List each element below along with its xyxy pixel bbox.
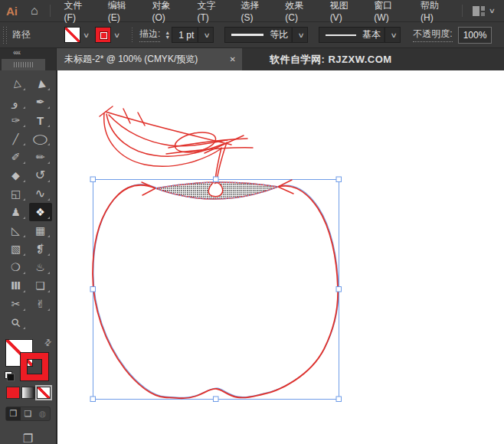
artboard-tool[interactable]: ❏ xyxy=(29,276,52,295)
scale-tool-icon: ◱ xyxy=(11,188,21,199)
chevron-down-icon[interactable]: ∨ xyxy=(292,28,310,42)
variable-width-profile-select[interactable]: 等比 ∨ xyxy=(224,27,308,43)
selection-tool-icon: ▷ xyxy=(10,79,21,88)
eyedropper-tool[interactable]: ❡ xyxy=(29,240,52,258)
opacity-value[interactable]: 100% xyxy=(463,30,487,41)
document-tab-title: 未标题-2* @ 100% (CMYK/预览) xyxy=(64,53,198,66)
menu-item[interactable]: 效果(C) xyxy=(277,0,321,23)
stroke-weight-stepper[interactable]: ▲ ▼ xyxy=(165,31,170,40)
menu-item[interactable]: 文件(F) xyxy=(56,0,100,23)
symbol-sprayer-tool[interactable]: ♨ xyxy=(29,258,52,276)
swap-fill-stroke-icon[interactable]: ⇄ xyxy=(42,337,54,349)
shape-builder-tool[interactable]: ❖ xyxy=(29,203,52,221)
selection-handle[interactable] xyxy=(336,177,342,182)
selection-handle[interactable] xyxy=(336,287,342,292)
app-logo: Ai xyxy=(0,5,25,18)
paintbrush-tool[interactable]: ✐ xyxy=(5,148,28,166)
collapse-panel-icon[interactable]: «« xyxy=(0,48,56,58)
workspace-icon xyxy=(473,6,485,16)
slice-tool[interactable]: ✂ xyxy=(5,295,28,313)
fill-color-control[interactable]: ∨ xyxy=(64,27,92,43)
leaf-sketch[interactable] xyxy=(100,106,253,166)
column-graph-tool[interactable]: Ⅲ xyxy=(5,276,28,295)
scale-tool[interactable]: ◱ xyxy=(5,184,28,203)
stroke-color-control[interactable]: ∨ xyxy=(95,27,123,43)
width-tool[interactable]: ∿ xyxy=(29,184,52,203)
document-tab[interactable]: 未标题-2* @ 100% (CMYK/预览) ✕ xyxy=(57,48,242,70)
lasso-tool[interactable]: و xyxy=(5,93,28,111)
divider xyxy=(462,5,463,17)
menu-item[interactable]: 对象(O) xyxy=(143,0,188,23)
ellipse-tool[interactable]: ◯ xyxy=(29,129,52,148)
document-canvas[interactable] xyxy=(57,70,504,444)
chevron-down-icon[interactable]: ∨ xyxy=(198,28,216,42)
menu-item[interactable]: 选择(S) xyxy=(233,0,277,23)
rotate-tool[interactable]: ↺ xyxy=(29,166,52,184)
selection-handle[interactable] xyxy=(214,177,219,182)
close-tab-icon[interactable]: ✕ xyxy=(230,55,236,64)
main-area: ▷▶و✒✑T╱◯✐✏◆↺◱∿♟❖◺▦▧❡❍♨Ⅲ❏✂✌⚲ ⇄ ❒❏◍ ❐ xyxy=(0,70,504,444)
selection-handle[interactable] xyxy=(90,287,96,292)
hand-tool[interactable]: ✌ xyxy=(29,295,52,313)
toolbar-header: «« xyxy=(0,48,57,70)
profile-value[interactable]: 等比 xyxy=(263,28,294,41)
mesh-tool[interactable]: ▦ xyxy=(29,221,52,240)
eraser-tool[interactable]: ◆ xyxy=(5,166,28,184)
menu-item[interactable]: 视图(V) xyxy=(322,0,366,23)
selection-handle[interactable] xyxy=(90,397,96,402)
stroke-weight-field[interactable]: 1 pt ∨ xyxy=(172,27,214,43)
menu-item[interactable]: 窗口(W) xyxy=(365,0,412,23)
panel-drag-grip[interactable] xyxy=(2,59,45,70)
pencil-tool[interactable]: ✏ xyxy=(29,148,52,166)
home-icon[interactable]: ⌂ xyxy=(25,4,44,18)
opacity-label[interactable]: 不透明度: xyxy=(413,28,452,42)
none-button[interactable] xyxy=(37,387,51,399)
selection-tool[interactable]: ▷ xyxy=(5,74,28,93)
direct-selection-tool[interactable]: ▶ xyxy=(29,74,52,93)
brush-value[interactable]: 基本 xyxy=(356,28,387,41)
gradient-button[interactable] xyxy=(21,387,35,399)
perspective-grid-tool-icon: ◺ xyxy=(11,225,20,236)
stroke-box[interactable] xyxy=(21,353,48,380)
menu-bar: Ai ⌂ 文件(F)编辑(E)对象(O)文字(T)选择(S)效果(C)视图(V)… xyxy=(0,0,504,22)
selection-handle[interactable] xyxy=(90,177,96,182)
gradient-tool[interactable]: ▧ xyxy=(5,240,28,258)
pen-tool[interactable]: ✒ xyxy=(29,93,52,111)
stroke-profile-preview-icon xyxy=(231,34,263,36)
default-fill-stroke-icon[interactable] xyxy=(5,371,15,381)
chevron-down-icon[interactable]: ∨ xyxy=(109,27,125,43)
selection-handle[interactable] xyxy=(336,397,342,402)
menu-items: 文件(F)编辑(E)对象(O)文字(T)选择(S)效果(C)视图(V)窗口(W)… xyxy=(56,0,457,23)
draw-behind-mode[interactable]: ❏ xyxy=(21,407,35,420)
apple-outline[interactable] xyxy=(93,184,339,398)
chevron-down-icon[interactable]: ∨ xyxy=(385,28,403,42)
stepper-down-icon[interactable]: ▼ xyxy=(165,35,170,40)
perspective-grid-tool[interactable]: ◺ xyxy=(5,221,28,240)
type-tool-icon: T xyxy=(37,115,44,126)
selection-handle[interactable] xyxy=(214,397,219,402)
curvature-tool[interactable]: ✑ xyxy=(5,111,28,129)
stroke-weight-value[interactable]: 1 pt xyxy=(172,30,200,41)
workspace-switcher[interactable]: ∨ xyxy=(457,5,504,17)
chevron-down-icon[interactable]: ∨ xyxy=(78,27,94,43)
brush-definition-select[interactable]: 基本 ∨ xyxy=(319,27,401,43)
menu-item[interactable]: 帮助(H) xyxy=(412,0,457,23)
opacity-field[interactable]: 100% xyxy=(458,27,493,44)
zoom-tool[interactable]: ⚲ xyxy=(5,313,28,331)
puppet-warp-tool[interactable]: ♟ xyxy=(5,203,28,221)
menu-item[interactable]: 文字(T) xyxy=(188,0,232,23)
screen-mode-icon[interactable]: ❐ xyxy=(23,432,33,444)
stroke-weight-label[interactable]: 描边: xyxy=(139,28,160,42)
menu-item[interactable]: 编辑(E) xyxy=(100,0,144,23)
lasso-tool-icon: و xyxy=(11,96,19,108)
blend-tool[interactable]: ❍ xyxy=(5,258,28,276)
draw-normal-mode[interactable]: ❒ xyxy=(6,407,21,420)
line-segment-tool[interactable]: ╱ xyxy=(5,129,28,148)
color-button[interactable] xyxy=(6,387,20,399)
draw-inside-mode[interactable]: ◍ xyxy=(35,407,50,420)
mesh-tool-icon: ▦ xyxy=(35,225,45,236)
tool-list: ▷▶و✒✑T╱◯✐✏◆↺◱∿♟❖◺▦▧❡❍♨Ⅲ❏✂✌⚲ xyxy=(0,70,56,331)
watermark-text: 软件自学网: RJZXW.COM xyxy=(242,48,392,70)
panel-grip-icon[interactable] xyxy=(3,27,8,44)
type-tool[interactable]: T xyxy=(29,111,52,129)
